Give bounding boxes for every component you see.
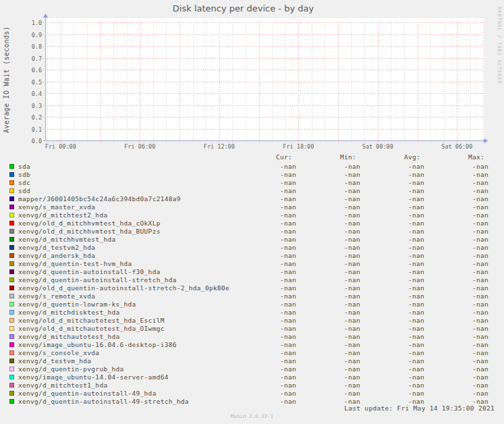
series-color-swatch bbox=[9, 237, 14, 242]
chart-plot-area: 1.00.90.80.70.60.50.40.30.20.10.0Fri 00:… bbox=[0, 0, 504, 152]
series-cur-value: -nan bbox=[232, 357, 296, 365]
x-axis-tick-label: Fri 18:00 bbox=[283, 143, 314, 150]
legend-row: xenvg/s_console_xvda -nan -nan -nan -nan bbox=[0, 348, 504, 356]
series-label: sdc bbox=[18, 179, 232, 186]
series-label: xenvg/d_mitchtest1_hda bbox=[18, 381, 232, 389]
series-cur-value: -nan bbox=[232, 333, 296, 340]
series-cur-value: -nan bbox=[232, 203, 296, 211]
series-cur-value: -nan bbox=[232, 341, 296, 348]
legend-row: xenvg/old_d_quentin-autoinstall-stretch-… bbox=[0, 284, 504, 292]
series-cur-value: -nan bbox=[232, 163, 296, 170]
series-cur-value: -nan bbox=[232, 268, 296, 275]
series-label: xenvg/d_quentin-test-hvm_hda bbox=[18, 260, 232, 267]
series-cur-value: -nan bbox=[232, 398, 296, 405]
legend-row: xenvg/s_remote_xvda -nan -nan -nan -nan bbox=[0, 292, 504, 300]
series-label: xenvg/s_remote_xvda bbox=[18, 292, 232, 300]
series-avg-value: -nan bbox=[360, 203, 424, 211]
series-min-value: -nan bbox=[296, 284, 360, 292]
series-color-swatch bbox=[9, 277, 14, 282]
series-color-swatch bbox=[9, 205, 14, 209]
legend-row: xenvg/old_d_mitchhvmtest_hda_BUUPzs -nan… bbox=[0, 227, 504, 235]
series-label: sdb bbox=[18, 171, 232, 178]
series-max-value: -nan bbox=[424, 349, 488, 356]
series-cur-value: -nan bbox=[232, 179, 296, 186]
series-avg-value: -nan bbox=[360, 365, 424, 373]
series-label: sda bbox=[18, 163, 232, 170]
series-cur-value: -nan bbox=[232, 187, 296, 194]
series-avg-value: -nan bbox=[360, 357, 424, 365]
legend-rows: sda -nan -nan -nan -nan sdb -nan -nan -n… bbox=[0, 162, 504, 405]
series-color-swatch bbox=[9, 310, 14, 315]
y-axis-tick-label: 0.0 bbox=[32, 138, 42, 144]
series-avg-value: -nan bbox=[360, 228, 424, 235]
legend-row: xenvg/d_quentin-test-hvm_hda -nan -nan -… bbox=[0, 259, 504, 267]
series-max-value: -nan bbox=[424, 325, 488, 332]
y-axis-tick-label: 0.7 bbox=[32, 55, 42, 62]
series-min-value: -nan bbox=[296, 300, 360, 308]
last-update: Last update: Fri May 14 19:35:00 2021 bbox=[344, 404, 495, 412]
legend-row: xenvg/s_master_xvda -nan -nan -nan -nan bbox=[0, 203, 504, 211]
legend-row: mapper/36001405bc54c24a6c394bd0a7c2148a9… bbox=[0, 194, 504, 203]
series-color-swatch bbox=[9, 164, 14, 169]
series-cur-value: -nan bbox=[232, 244, 296, 251]
series-color-swatch bbox=[9, 326, 14, 331]
series-avg-value: -nan bbox=[360, 276, 424, 284]
legend-header-row: Cur: Min: Avg: Max: bbox=[0, 153, 504, 162]
series-color-swatch bbox=[9, 342, 14, 347]
series-cur-value: -nan bbox=[232, 211, 296, 219]
legend-row: xenvg/d_mitchhvmtest_hda -nan -nan -nan … bbox=[0, 235, 504, 243]
legend-row: xenvg/d_mitchtest1_hda -nan -nan -nan -n… bbox=[0, 381, 504, 389]
series-max-value: -nan bbox=[424, 309, 488, 316]
series-min-value: -nan bbox=[296, 187, 360, 194]
series-avg-value: -nan bbox=[360, 381, 424, 389]
y-axis-tick-label: 0.6 bbox=[32, 67, 42, 74]
series-label: xenvg/image_ubuntu-16.04.6-desktop-i386 bbox=[18, 341, 232, 348]
series-min-value: -nan bbox=[296, 252, 360, 259]
series-color-swatch bbox=[9, 359, 14, 363]
legend: Cur: Min: Avg: Max: sda -nan -nan -nan -… bbox=[0, 153, 504, 405]
series-cur-value: -nan bbox=[232, 390, 296, 397]
series-cur-value: -nan bbox=[232, 349, 296, 356]
series-label: xenvg/d_andersk_hda bbox=[18, 252, 232, 259]
series-max-value: -nan bbox=[424, 341, 488, 348]
series-min-value: -nan bbox=[296, 390, 360, 397]
series-avg-value: -nan bbox=[360, 268, 424, 275]
series-label: xenvg/d_quentin-pvgrub_hda bbox=[18, 365, 232, 373]
series-cur-value: -nan bbox=[232, 228, 296, 235]
series-max-value: -nan bbox=[424, 171, 488, 178]
y-axis-arrow bbox=[43, 14, 48, 18]
legend-col-cur: Cur: bbox=[232, 153, 296, 162]
legend-row: sdd -nan -nan -nan -nan bbox=[0, 186, 504, 194]
series-label: xenvg/old_d_mitchautotest_hda_OIwmgc bbox=[18, 325, 232, 332]
series-cur-value: -nan bbox=[232, 292, 296, 300]
series-color-swatch bbox=[9, 180, 14, 185]
series-min-value: -nan bbox=[296, 163, 360, 170]
series-cur-value: -nan bbox=[232, 195, 296, 203]
series-min-value: -nan bbox=[296, 219, 360, 227]
legend-row: xenvg/d_mitchtest2_hda -nan -nan -nan -n… bbox=[0, 211, 504, 219]
series-avg-value: -nan bbox=[360, 195, 424, 203]
series-cur-value: -nan bbox=[232, 260, 296, 267]
series-max-value: -nan bbox=[424, 187, 488, 194]
series-max-value: -nan bbox=[424, 163, 488, 170]
series-label: xenvg/old_d_mitchhvmtest_hda_BUUPzs bbox=[18, 228, 232, 235]
series-label: xenvg/d_mitchdisktest_hda bbox=[18, 309, 232, 316]
series-color-swatch bbox=[9, 172, 14, 177]
series-avg-value: -nan bbox=[360, 317, 424, 324]
legend-row: xenvg/d_testvm_hda -nan -nan -nan -nan bbox=[0, 356, 504, 365]
series-min-value: -nan bbox=[296, 398, 360, 405]
series-avg-value: -nan bbox=[360, 341, 424, 348]
legend-row: xenvg/d_quentin-autoinstall-49_hda -nan … bbox=[0, 389, 504, 397]
series-cur-value: -nan bbox=[232, 381, 296, 389]
series-min-value: -nan bbox=[296, 365, 360, 373]
series-color-swatch bbox=[9, 367, 14, 371]
series-min-value: -nan bbox=[296, 381, 360, 389]
series-cur-value: -nan bbox=[232, 284, 296, 292]
series-avg-value: -nan bbox=[360, 244, 424, 251]
series-min-value: -nan bbox=[296, 268, 360, 275]
y-axis-tick-label: 0.9 bbox=[32, 32, 42, 38]
series-color-swatch bbox=[9, 286, 14, 290]
series-color-swatch bbox=[9, 391, 14, 396]
series-color-swatch bbox=[9, 375, 14, 379]
series-label: xenvg/d_mitchtest2_hda bbox=[18, 211, 232, 219]
